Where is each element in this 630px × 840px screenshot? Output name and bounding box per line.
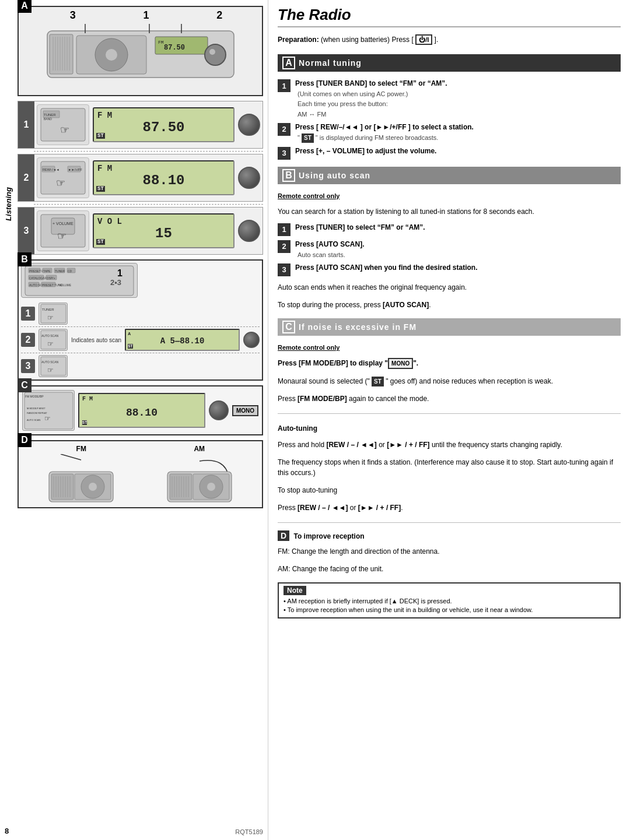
section-c-body2: Press [FM MODE/BP] again to cancel the m… [278,393,621,404]
svg-text:FM: FM [158,40,164,45]
b-step-num-3: 3 [21,359,35,373]
svg-rect-73 [51,474,74,500]
svg-text:►►/+/FF: ►►/+/FF [68,168,83,171]
section-c-letter: C [282,321,295,333]
note-content: • AM reception is briefly interrupted if… [284,597,615,615]
svg-text:☞: ☞ [60,124,69,136]
svg-text:DSP/+: DSP/+ [47,276,55,280]
section-b-outro2: To stop during the process, press [AUTO … [278,300,621,310]
callout-2: 2 [216,9,222,22]
b-sub-step-2: 2 AUTO SCAN ☞ Indicates auto scan A A 5—… [21,329,260,351]
callout-3: 3 [70,9,76,22]
svg-point-84 [89,483,97,491]
note-item-2: • To improve reception when using the un… [284,606,615,614]
c-mono-badge: MONO [232,405,258,416]
step-num-2: 2 [18,154,34,201]
step-text-a1: Press [TUNER BAND] to select “FM” or “AM… [295,79,621,119]
prep-text-end: ]. [435,36,439,44]
section-c: C FM MODE/BP M.MODE/F.MSET RANDOM REPEAT… [18,385,263,435]
steps-section: 1 TUNER BAND ☞ F M 87.50 [18,101,263,255]
prep-label: Preparation: [278,36,319,44]
section-c-label: C [18,378,32,392]
b-display-freq: A 5—88.10 [160,336,205,346]
step-text-b3: Press [AUTO SCAN] when you find the desi… [295,263,621,273]
step-text-a2: Press [ REW/–/◄◄ ] or [►►/+/FF ] to sele… [295,122,621,143]
st-badge-inline: ST [302,133,314,143]
svg-text:AUTO SCAN: AUTO SCAN [41,360,58,364]
left-panel: Listening A 3 1 2 FM 87.50 [0,0,268,840]
b-step2-display: A A 5—88.10 ST [125,329,240,351]
auto-tuning-body3: To stop auto-tuning [278,485,621,495]
svg-point-3 [106,49,117,61]
dotted-separator-1 [34,151,263,152]
auto-tuning-body2: The frequency stops when it finds a stat… [278,457,621,478]
auto-tuning-title: Auto-tuning [278,424,621,433]
step-b2-sub1: Auto scan starts. [295,251,621,259]
svg-text:M.MODE/F.MSET: M.MODE/F.MSET [27,407,46,410]
step1-illustration: TUNER BAND ☞ [37,104,89,145]
svg-text:87.50: 87.50 [164,44,185,52]
svg-point-7 [205,44,226,65]
step2-display: F M 88.10 ST [93,160,235,195]
step-a1-sub2: Each time you press the button: [295,100,621,108]
svg-point-8 [209,49,215,55]
b-step3-illustration: AUTO SCAN ☞ [38,355,68,377]
b-step-num-1: 1 [21,307,35,321]
step-text-b2: Press [AUTO SCAN]. Auto scan starts. [295,240,621,259]
section-c-header: C If noise is excessive in FM [278,318,621,336]
am-device-svg [162,454,237,504]
right-step-a2: 2 Press [ REW/–/◄◄ ] or [►►/+/FF ] to se… [278,122,621,143]
st-badge-1: ST [96,133,105,139]
b-step2-illustration: AUTO SCAN ☞ [38,329,68,351]
section-d-title: To improve reception [293,532,364,540]
svg-text:AUTO SCAN: AUTO SCAN [41,334,58,338]
section-d-letter-right: D [278,530,289,541]
right-panel: The Radio Preparation: (when using batte… [268,0,630,840]
page-title: The Radio [278,6,621,27]
page-number: 8 [5,827,9,835]
display-fm-2: F M [97,164,112,173]
section-b-top: PRESET EQ TAPE TUNER CD CATALOG/UP DSP/+… [19,261,262,300]
svg-point-98 [207,483,215,491]
step-row-1: 1 TUNER BAND ☞ F M 87.50 [18,101,263,149]
step-row-2: 2 REW/-/◄◄ ►►/+/FF ☞ F M 88.10 ST [18,154,263,202]
step-b3-main: Press [AUTO SCAN] when you find the desi… [295,263,478,272]
step-num-b1: 1 [278,223,290,236]
doc-number: RQT5189 [235,828,263,835]
am-device-area: AM [162,445,237,504]
c-remote-illustration: FM MODE/BP M.MODE/F.MSET RANDOM REPEAT A… [22,390,75,431]
callout-row: 3 1 2 [36,9,256,22]
section-d-label: D [18,433,32,447]
prep-text: (when using batteries) Press [ [321,36,414,44]
c-display-fm: F M [82,396,93,402]
svg-text:TUNER: TUNER [44,113,56,117]
step-content-2: REW/-/◄◄ ►►/+/FF ☞ F M 88.10 ST [34,154,262,201]
remote-only-b: Remote control only [278,192,621,199]
step-a3-main: Press [+, – VOLUME] to adjust the volume… [295,147,436,155]
fm-device-area: FM [43,445,119,504]
svg-text:TAPE: TAPE [43,269,51,273]
step-num-a3: 3 [278,147,290,160]
section-c-press: Press [FM MODE/BP] to display "MONO". [278,358,621,369]
step-a2-sub1: " ST " is displayed during FM stereo bro… [295,133,621,143]
step-num-a2: 2 [278,123,290,136]
display-freq-2: 88.10 [142,173,184,188]
step-b2-main: Press [AUTO SCAN]. [295,240,364,248]
svg-text:☞: ☞ [47,340,54,348]
top-device-svg: FM 87.50 [41,19,240,83]
section-b-outro1: Auto scan ends when it reaches the origi… [278,282,621,293]
b-step1-content: TUNER ☞ [38,303,260,325]
b-dotted-1 [21,326,260,327]
step-a1-sub1: (Unit comes on when using AC power.) [295,90,621,99]
section-b: B PRESET EQ TAPE TUNER CD CATALOG/UP [18,259,263,381]
svg-text:TUNER: TUNER [42,308,54,311]
section-b-header: B Using auto scan [278,167,621,184]
b-sub-steps: 1 TUNER ☞ 2 [19,300,262,379]
svg-text:☞: ☞ [44,414,51,423]
auto-tuning-body4: Press [REW / – / ◄◄] or [►► / + / FF]. [278,502,621,513]
display-fm-1: F M [97,111,112,120]
step-content-1: TUNER BAND ☞ F M 87.50 ST [34,101,262,148]
step-num-b3: 3 [278,263,290,276]
callout-1: 1 [143,9,149,22]
st-badge-2: ST [96,186,105,192]
